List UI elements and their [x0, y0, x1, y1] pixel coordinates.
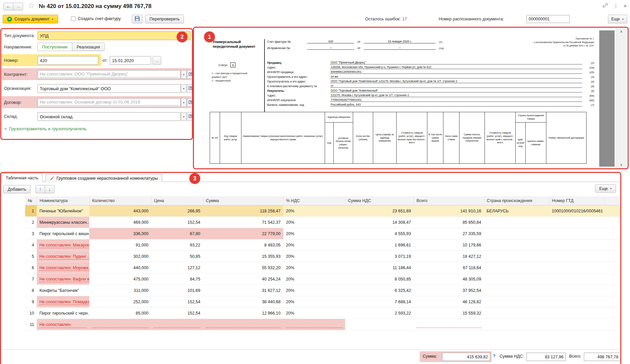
- table-row[interactable]: 1Печенье "Юбилейное"443,000266,95118 258…: [25, 205, 621, 217]
- cell-gtd[interactable]: 10001000/010216/0005461: [549, 205, 604, 217]
- cell-total[interactable]: 10 179,66: [414, 239, 484, 251]
- cell-sum[interactable]: 118 258,47: [203, 205, 283, 217]
- organization-input[interactable]: Торговый дом "Комплексный" ООО: [37, 84, 181, 93]
- contract-dropdown-button[interactable]: ▼: [181, 98, 187, 107]
- cell-sum[interactable]: 71 542,37: [203, 217, 283, 228]
- contract-input[interactable]: Не сопоставлен: Основной договор от 01.0…: [37, 98, 181, 107]
- cell-country[interactable]: [484, 308, 549, 319]
- move-up-button[interactable]: ↑: [35, 185, 45, 193]
- cell-country[interactable]: [484, 239, 549, 251]
- cell-price[interactable]: 152,54: [151, 308, 203, 319]
- cell-sum[interactable]: 15 355,93: [203, 251, 283, 262]
- cell-country[interactable]: [484, 285, 549, 296]
- cell-sum[interactable]: 12 966,10: [203, 308, 283, 319]
- column-header[interactable]: Цена: [151, 196, 203, 205]
- warehouse-input[interactable]: Основной склад: [37, 112, 181, 121]
- cell-vat-rate[interactable]: 20%: [283, 308, 345, 319]
- cell-number[interactable]: 10: [25, 308, 37, 319]
- cell-country[interactable]: [484, 217, 549, 228]
- column-header[interactable]: Страна происхождения: [484, 196, 549, 205]
- cell-vat-sum[interactable]: 1 696,61: [345, 239, 414, 251]
- grand-total-input[interactable]: 498 767,78: [584, 353, 621, 361]
- cell-gtd[interactable]: [549, 274, 604, 285]
- cell-sum[interactable]: 22 779,00: [203, 228, 283, 239]
- cell-country[interactable]: [484, 262, 549, 274]
- cell-price[interactable]: 101,69: [151, 285, 203, 296]
- cell-gtd[interactable]: [549, 296, 604, 308]
- cell-total[interactable]: 37 952,54: [414, 285, 484, 296]
- cell-price[interactable]: 152,54: [151, 217, 203, 228]
- cell-number[interactable]: 7: [25, 274, 37, 285]
- tab-group-create[interactable]: Групповое создание нераспознанной номенк…: [45, 174, 162, 182]
- cell-quantity[interactable]: 336,000: [89, 228, 151, 239]
- cell-vat-rate[interactable]: 20%: [283, 217, 345, 228]
- cell-total[interactable]: 67 118,64: [414, 262, 484, 274]
- cell-nomenclature[interactable]: Не сопоставлен.: [37, 319, 89, 330]
- cell-quantity[interactable]: 443,000: [89, 205, 151, 217]
- cell-vat-sum[interactable]: [345, 319, 414, 330]
- cell-gtd[interactable]: [549, 319, 604, 330]
- counterparty-input[interactable]: Не сопоставлен: ООО "Пряничный Дворец": [37, 70, 181, 79]
- cell-vat-rate[interactable]: 20%: [283, 274, 345, 285]
- cell-sum[interactable]: 8 483,05: [203, 239, 283, 251]
- table-row[interactable]: 9Не сопоставлен: Помадка252,000152,5438 …: [25, 296, 621, 308]
- cell-vat-rate[interactable]: 20%: [283, 262, 345, 274]
- cell-number[interactable]: 4: [25, 239, 37, 251]
- cell-nomenclature[interactable]: Не сопоставлен: Макарони: [37, 239, 89, 251]
- table-row[interactable]: 3Пирог тирольский с вишн...336,00067,802…: [25, 228, 621, 239]
- table-row[interactable]: 7Не сопоставлен: Вафли в...475,00084,754…: [25, 274, 621, 285]
- doc-type-input[interactable]: УПД: [37, 31, 191, 40]
- cell-quantity[interactable]: 469,000: [89, 217, 151, 228]
- cell-nomenclature[interactable]: Не сопоставлен: Помадка: [37, 296, 89, 308]
- cell-price[interactable]: 152,54: [151, 296, 203, 308]
- cell-vat-rate[interactable]: [283, 319, 345, 330]
- vat-total-input[interactable]: 83 127,96: [526, 353, 566, 361]
- cell-vat-rate[interactable]: 20%: [283, 239, 345, 251]
- forward-button[interactable]: →: [13, 3, 23, 10]
- cell-vat-rate[interactable]: 20%: [283, 285, 345, 296]
- column-header[interactable]: Номенклатура: [37, 196, 89, 205]
- direction-option-in[interactable]: Поступление: [38, 43, 72, 51]
- cell-vat-rate[interactable]: 20%: [283, 205, 345, 217]
- table-row[interactable]: 2Миникруассаны классич...469,000152,5471…: [25, 217, 621, 228]
- warehouse-dropdown-button[interactable]: ▼: [181, 112, 187, 121]
- cell-quantity[interactable]: [89, 319, 151, 330]
- cell-nomenclature[interactable]: Не сопоставлен: Вафли в...: [37, 274, 89, 285]
- cell-vat-sum[interactable]: 11 186,44: [345, 262, 414, 274]
- cell-quantity[interactable]: 252,000: [89, 296, 151, 308]
- cell-quantity[interactable]: 85,000: [89, 308, 151, 319]
- cell-nomenclature[interactable]: Печенье "Юбилейное": [37, 205, 89, 217]
- cell-number[interactable]: 5: [25, 251, 37, 262]
- cell-number[interactable]: 1: [25, 205, 37, 217]
- more-button-items[interactable]: Еще▼: [595, 184, 616, 193]
- number-input[interactable]: 420: [37, 56, 98, 65]
- cell-total[interactable]: 46 128,82: [414, 296, 484, 308]
- cell-gtd[interactable]: [549, 285, 604, 296]
- cell-nomenclature[interactable]: Не сопоставлен: Мороже...: [37, 262, 89, 274]
- table-row[interactable]: 4Не сопоставлен: Макарони91,00093,228 48…: [25, 239, 621, 251]
- cell-sum[interactable]: 38 440,68: [203, 296, 283, 308]
- shipper-consignee-link[interactable]: > Грузоотправитель и грузополучатель: [4, 126, 87, 131]
- table-row[interactable]: 10Пирог тирольский с черн...85,000152,54…: [25, 308, 621, 319]
- cell-total[interactable]: 48 305,09: [414, 274, 484, 285]
- cell-vat-sum[interactable]: 3 071,19: [345, 251, 414, 262]
- cell-total[interactable]: 85 850,84: [414, 217, 484, 228]
- link-icon[interactable]: [603, 3, 608, 9]
- organization-open-button[interactable]: [187, 84, 193, 93]
- contract-open-button[interactable]: [187, 98, 193, 107]
- cell-total[interactable]: 18 427,12: [414, 251, 484, 262]
- recognized-number-input[interactable]: 000000001: [526, 15, 570, 23]
- cell-vat-sum[interactable]: 4 555,93: [345, 228, 414, 239]
- cell-vat-sum[interactable]: 6 325,42: [345, 285, 414, 296]
- cell-price[interactable]: 50,85: [151, 251, 203, 262]
- cell-quantity[interactable]: 475,000: [89, 274, 151, 285]
- close-icon[interactable]: ×: [624, 3, 627, 9]
- cell-price[interactable]: 93,22: [151, 239, 203, 251]
- cell-quantity[interactable]: 311,000: [89, 285, 151, 296]
- cell-vat-rate[interactable]: 20%: [283, 228, 345, 239]
- cell-quantity[interactable]: 91,000: [89, 239, 151, 251]
- table-row[interactable]: 6Не сопоставлен: Мороже...440,000127,125…: [25, 262, 621, 274]
- cell-country[interactable]: [484, 296, 549, 308]
- column-header[interactable]: Сумма: [203, 196, 283, 205]
- scroll-up-icon[interactable]: ∧: [616, 29, 627, 34]
